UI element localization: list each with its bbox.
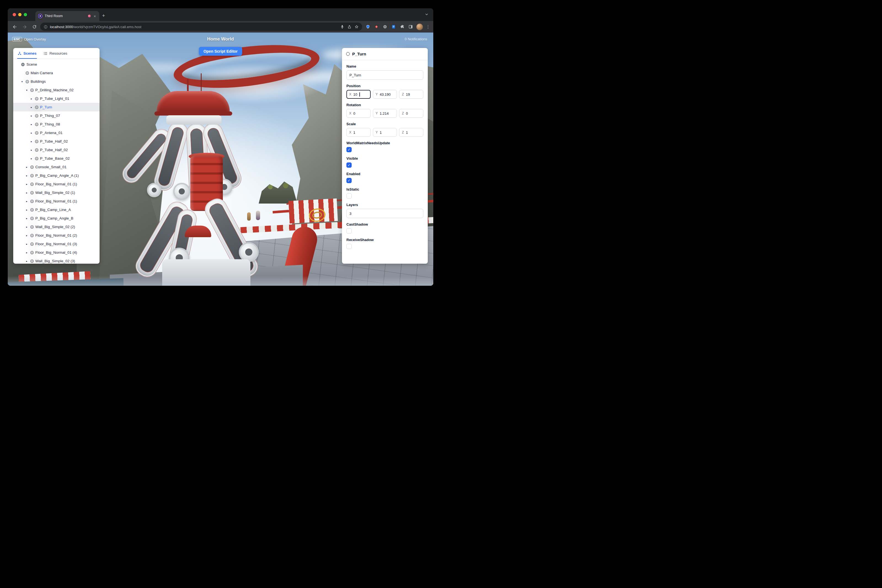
chevron-right-icon[interactable]: ▸ [25, 234, 28, 237]
visible-checkbox[interactable]: ✓ [346, 162, 352, 168]
receiveshadow-checkbox[interactable] [346, 244, 352, 249]
minimize-window-button[interactable] [18, 13, 21, 16]
chevron-right-icon[interactable]: ▸ [30, 157, 33, 160]
tree-item[interactable]: ▸P_Thing_07 [13, 111, 100, 120]
scale-z-input[interactable]: Z1 [399, 128, 423, 137]
chevron-right-icon[interactable]: ▸ [25, 226, 28, 228]
tree-item[interactable]: ▸P_Tube_Half_02 [13, 146, 100, 154]
chevron-right-icon[interactable]: ▸ [25, 243, 28, 246]
position-x-input[interactable]: X10 [346, 90, 370, 99]
open-overlay-hint: ESC Open Overlay [12, 37, 46, 41]
extension-book-icon[interactable] [390, 24, 397, 30]
world-3d-viewport[interactable]: ESC Open Overlay Home World 0 Notificati… [8, 33, 433, 286]
close-tab-icon[interactable]: × [93, 14, 96, 18]
tree-item[interactable]: Main Camera [13, 69, 100, 77]
extension-gray-icon[interactable] [382, 24, 388, 30]
tab-search-chevron-icon[interactable] [424, 12, 429, 16]
rotation-y-input[interactable]: Y1.214 [373, 109, 397, 118]
worldmatrixneedsupdate-property: WorldMatrixNeedsUpdate✓ [346, 141, 423, 152]
chevron-down-icon[interactable]: ▾ [20, 80, 24, 83]
scale-x-input[interactable]: X1 [346, 128, 370, 137]
share-icon[interactable] [347, 24, 352, 29]
open-script-editor-button[interactable]: Open Script Editor [199, 47, 242, 56]
chevron-down-icon[interactable]: ▾ [25, 89, 28, 92]
tree-item[interactable]: ▸Floor_Big_Normal_01 (1) [13, 197, 100, 206]
chevron-right-icon[interactable]: ▸ [30, 114, 33, 117]
tree-item[interactable]: ▸Floor_Big_Normal_01 (3) [13, 240, 100, 248]
tree-item[interactable]: ▸Wall_Big_Simple_02 (1) [13, 188, 100, 197]
new-tab-button[interactable]: + [102, 13, 105, 19]
tab-scenes[interactable]: Scenes [18, 48, 36, 59]
browser-tab[interactable]: Third Room × [35, 11, 99, 21]
property-label: IsStatic [346, 187, 423, 191]
address-bar[interactable]: localhost:3000/world/!vjrzmTVOcyIsLgaAkA… [40, 22, 362, 31]
tree-item[interactable]: ▸Wall_Big_Simple_02 (3) [13, 257, 100, 264]
tree-item[interactable]: ▾P_Drilling_Machine_02 [13, 86, 100, 94]
chevron-right-icon[interactable]: ▸ [30, 140, 33, 143]
castshadow-checkbox[interactable] [346, 228, 352, 234]
back-icon[interactable] [10, 22, 19, 31]
tree-item[interactable]: ▸P_Turn [13, 103, 100, 111]
chevron-right-icon[interactable]: ▸ [25, 183, 28, 186]
chevron-right-icon[interactable]: ▸ [25, 251, 28, 254]
tree-item[interactable]: ▸Floor_Big_Normal_01 (4) [13, 248, 100, 257]
close-window-button[interactable] [13, 13, 16, 16]
tree-item[interactable]: ▸P_Big_Camp_Line_A [13, 206, 100, 214]
tree-item-label: Buildings [31, 80, 46, 84]
node-icon [30, 200, 34, 203]
isstatic-checkbox[interactable] [346, 194, 352, 199]
node-icon [30, 182, 34, 186]
profile-avatar[interactable] [416, 24, 423, 30]
enabled-checkbox[interactable]: ✓ [346, 178, 352, 183]
chevron-right-icon[interactable]: ▸ [25, 217, 28, 220]
tree-item[interactable]: ▸P_Tube_Base_02 [13, 154, 100, 163]
scale-y-input[interactable]: Y1 [373, 128, 397, 137]
chevron-right-icon[interactable]: ▸ [30, 148, 33, 152]
tree-item[interactable]: Scene [13, 60, 100, 69]
tree-item[interactable]: ▸P_Big_Camp_Angle_B [13, 214, 100, 223]
forward-icon[interactable] [20, 22, 28, 31]
chevron-right-icon[interactable]: ▸ [25, 260, 28, 262]
tree-item[interactable]: ▸P_Thing_08 [13, 120, 100, 129]
rotation-z-input[interactable]: Z0 [399, 109, 423, 118]
chevron-right-icon[interactable]: ▸ [25, 166, 28, 168]
tree-item[interactable]: ▸Console_Small_01 [13, 163, 100, 171]
zoom-window-button[interactable] [24, 13, 27, 16]
tree-item[interactable]: ▸P_Big_Camp_Angle_A (1) [13, 171, 100, 180]
reload-icon[interactable] [30, 22, 39, 31]
extensions-puzzle-icon[interactable] [399, 24, 405, 30]
layers-input[interactable]: 3 [346, 209, 423, 218]
enabled-property: Enabled✓ [346, 172, 423, 183]
tab-resources[interactable]: Resources [44, 48, 67, 59]
rotation-x-input[interactable]: X0 [346, 109, 370, 118]
extension-gem-icon[interactable] [374, 24, 380, 30]
extension-shield-icon[interactable] [365, 24, 371, 30]
position-z-input[interactable]: Z19 [399, 90, 423, 99]
microphone-icon[interactable] [340, 24, 345, 29]
chevron-right-icon[interactable]: ▸ [30, 106, 33, 109]
chevron-right-icon[interactable]: ▸ [30, 98, 33, 100]
url-text: localhost:3000/world/!vjrzmTVOcyIsLgaAkA… [50, 25, 338, 29]
tree-item[interactable]: ▸P_Tube_Light_01 [13, 94, 100, 103]
chevron-right-icon[interactable]: ▸ [30, 132, 33, 134]
name-input[interactable]: P_Turn [346, 70, 423, 80]
browser-menu-icon[interactable]: ⋮ [426, 24, 430, 29]
chevron-right-icon[interactable]: ▸ [25, 200, 28, 203]
chevron-right-icon[interactable]: ▸ [25, 174, 28, 177]
worldmatrixneedsupdate-checkbox[interactable]: ✓ [346, 147, 352, 152]
tree-item[interactable]: ▸P_Antena_01 [13, 129, 100, 137]
chevron-right-icon[interactable]: ▸ [30, 123, 33, 126]
site-info-icon[interactable] [44, 25, 48, 29]
tree-item[interactable]: ▸Wall_Big_Simple_02 (2) [13, 223, 100, 231]
tree-item[interactable]: ▾Buildings [13, 77, 100, 86]
chevron-right-icon[interactable]: ▸ [25, 208, 28, 211]
axis-label: Y [376, 92, 378, 96]
side-panel-icon[interactable] [408, 24, 414, 30]
position-y-input[interactable]: Y43.190 [373, 90, 397, 99]
chevron-right-icon[interactable]: ▸ [25, 191, 28, 194]
bookmark-star-icon[interactable] [354, 24, 359, 29]
tree-item[interactable]: ▸P_Tube_Half_02 [13, 137, 100, 146]
browser-window: Third Room × + localhost:3000/world/!vjr… [8, 8, 433, 286]
tree-item[interactable]: ▸Floor_Big_Normal_01 (1) [13, 180, 100, 188]
tree-item[interactable]: ▸Floor_Big_Normal_01 (2) [13, 231, 100, 240]
